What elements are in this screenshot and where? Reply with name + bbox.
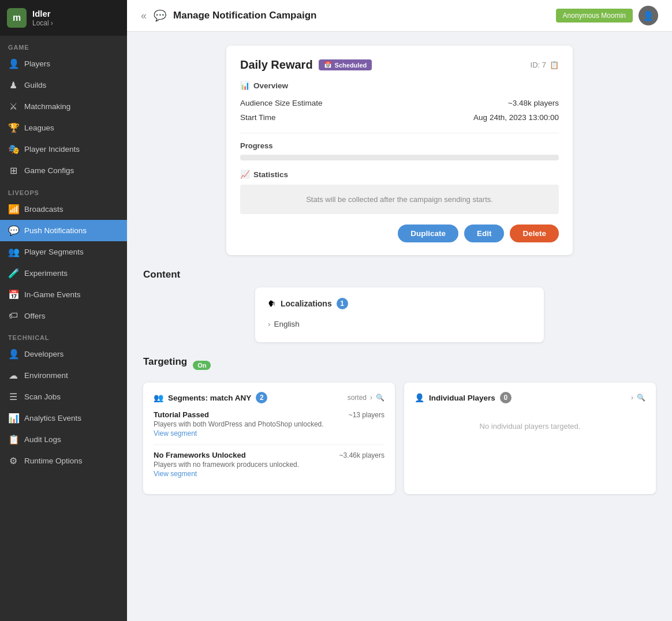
leagues-icon: 🏆 — [8, 122, 18, 133]
seg-name: Tutorial Passed — [154, 410, 209, 419]
campaign-actions: Duplicate Edit Delete — [240, 225, 559, 242]
sidebar-item-runtime-options[interactable]: ⚙Runtime Options — [0, 450, 127, 472]
sidebar-item-players[interactable]: 👤Players — [0, 53, 127, 74]
individual-actions: › 🔍 — [631, 394, 645, 402]
expand-individual-icon[interactable]: › — [631, 394, 633, 402]
campaign-id: ID: 7 📋 — [531, 61, 559, 69]
targeting-section: Targeting On 👥 Segments: match ANY 2 sor… — [143, 356, 656, 494]
user-badge: Anonymous Moomin — [556, 9, 633, 23]
sidebar-item-environment[interactable]: ☁Environment — [0, 365, 127, 386]
localizations-label: Localizations — [281, 299, 332, 308]
sidebar-item-leagues[interactable]: 🏆Leagues — [0, 117, 127, 139]
sidebar-section-technical: Technical — [0, 326, 127, 343]
sidebar-item-analytics-events[interactable]: 📊Analytics Events — [0, 407, 127, 429]
offers-icon: 🏷 — [8, 311, 18, 321]
overview-header: 📊 Overview — [240, 81, 559, 90]
sidebar-label-environment: Environment — [24, 371, 68, 380]
search-individual-icon[interactable]: 🔍 — [637, 394, 645, 402]
page-title: Manage Notification Campaign — [173, 10, 316, 21]
seg-name: No Frameworks Unlocked — [154, 451, 246, 459]
audit-logs-icon: 📋 — [8, 434, 18, 445]
duplicate-button[interactable]: Duplicate — [398, 225, 458, 242]
view-segment-link[interactable]: View segment — [154, 470, 197, 478]
loc-header: 🗣 Localizations 1 — [268, 298, 531, 309]
players-icon: 👤 — [8, 58, 18, 69]
sidebar-item-matchmaking[interactable]: ⚔Matchmaking — [0, 96, 127, 117]
targeting-grid: 👥 Segments: match ANY 2 sorted › 🔍 Tutor… — [143, 383, 656, 494]
sidebar-label-in-game-events: In-Game Events — [24, 290, 81, 299]
view-segment-link[interactable]: View segment — [154, 429, 197, 437]
seg-desc: Players with both WordPress and PhotoSho… — [154, 420, 384, 428]
progress-bar-bg — [240, 155, 559, 160]
topbar-right: Anonymous Moomin 👤 — [556, 6, 658, 25]
player-segments-icon: 👥 — [8, 246, 18, 257]
guilds-icon: ♟ — [8, 80, 18, 91]
app-name: Idler — [32, 9, 53, 19]
main-content: « 💬 Manage Notification Campaign Anonymo… — [127, 0, 672, 621]
sidebar-item-guilds[interactable]: ♟Guilds — [0, 74, 127, 96]
campaign-icon: 💬 — [154, 9, 166, 22]
content-section-title: Content — [143, 269, 656, 280]
delete-button[interactable]: Delete — [510, 225, 559, 242]
push-notifications-icon: 💬 — [8, 225, 18, 236]
targeting-header: Targeting On — [143, 356, 656, 375]
individual-title-group: 👤 Individual Players 0 — [415, 392, 512, 403]
seg-row: Tutorial Passed ~13 players — [154, 410, 384, 419]
sidebar-item-push-notifications[interactable]: 💬Push Notifications — [0, 220, 127, 241]
edit-button[interactable]: Edit — [464, 225, 505, 242]
sidebar-label-broadcasts: Broadcasts — [24, 205, 64, 214]
audience-row: Audience Size Estimate ~3.48k players — [240, 96, 559, 110]
player-incidents-icon: 🎭 — [8, 144, 18, 155]
individual-title: Individual Players — [429, 394, 495, 402]
sidebar-item-scan-jobs[interactable]: ☰Scan Jobs — [0, 386, 127, 407]
campaign-card: Daily Reward 📅 Scheduled ID: 7 📋 📊 Overv… — [226, 46, 573, 255]
sidebar-label-players: Players — [24, 59, 50, 68]
campaign-card-header: Daily Reward 📅 Scheduled ID: 7 📋 — [240, 58, 559, 72]
matchmaking-icon: ⚔ — [8, 101, 18, 112]
sidebar-label-scan-jobs: Scan Jobs — [24, 392, 61, 401]
copy-icon[interactable]: 📋 — [550, 61, 559, 69]
seg-desc: Players with no framework producers unlo… — [154, 461, 384, 469]
segments-list: Tutorial Passed ~13 players Players with… — [154, 410, 384, 478]
sidebar-item-player-incidents[interactable]: 🎭Player Incidents — [0, 139, 127, 160]
sidebar-label-audit-logs: Audit Logs — [24, 435, 61, 444]
chevron-right-icon: › — [268, 320, 271, 328]
individual-players-card: 👤 Individual Players 0 › 🔍 No individual… — [404, 383, 656, 494]
expand-icon[interactable]: › — [370, 394, 372, 402]
sidebar-item-developers[interactable]: 👤Developers — [0, 343, 127, 365]
stats-placeholder: Stats will be collected after the campai… — [240, 185, 559, 214]
app-env: Local › — [32, 19, 53, 27]
sorted-label: sorted — [348, 394, 367, 402]
app-logo: m — [7, 8, 27, 28]
sidebar-item-offers[interactable]: 🏷Offers — [0, 305, 127, 326]
seg-divider — [154, 444, 384, 445]
sidebar-label-game-configs: Game Configs — [24, 166, 74, 175]
campaign-name: Daily Reward — [240, 58, 313, 72]
topbar: « 💬 Manage Notification Campaign Anonymo… — [127, 0, 672, 32]
sidebar-label-push-notifications: Push Notifications — [24, 226, 87, 235]
locale-english-item[interactable]: › English — [268, 316, 531, 332]
sidebar-label-guilds: Guilds — [24, 81, 46, 89]
sidebar-sections: Game👤Players♟Guilds⚔Matchmaking🏆Leagues🎭… — [0, 36, 127, 472]
seg-count: ~3.46k players — [339, 451, 384, 459]
scan-jobs-icon: ☰ — [8, 391, 18, 402]
sidebar-item-game-configs[interactable]: ⊞Game Configs — [0, 160, 127, 181]
sidebar-label-experiments: Experiments — [24, 269, 68, 278]
sidebar-item-experiments[interactable]: 🧪Experiments — [0, 263, 127, 284]
sidebar-label-player-segments: Player Segments — [24, 248, 84, 256]
sidebar-label-analytics-events: Analytics Events — [24, 414, 81, 422]
segments-card-header: 👥 Segments: match ANY 2 sorted › 🔍 — [154, 392, 384, 403]
sidebar-item-broadcasts[interactable]: 📶Broadcasts — [0, 199, 127, 220]
search-icon[interactable]: 🔍 — [376, 394, 384, 402]
sidebar-item-player-segments[interactable]: 👥Player Segments — [0, 241, 127, 263]
avatar[interactable]: 👤 — [639, 6, 658, 25]
back-button[interactable]: « — [141, 10, 147, 22]
no-players-text: No individual players targeted. — [415, 410, 645, 442]
sidebar-item-audit-logs[interactable]: 📋Audit Logs — [0, 429, 127, 450]
analytics-events-icon: 📊 — [8, 413, 18, 424]
status-badge: 📅 Scheduled — [319, 59, 372, 70]
locale-english-label: English — [274, 320, 300, 328]
statistics-header: 📈 Statistics — [240, 170, 559, 179]
sidebar-item-in-game-events[interactable]: 📅In-Game Events — [0, 284, 127, 305]
campaign-title-group: Daily Reward 📅 Scheduled — [240, 58, 372, 72]
